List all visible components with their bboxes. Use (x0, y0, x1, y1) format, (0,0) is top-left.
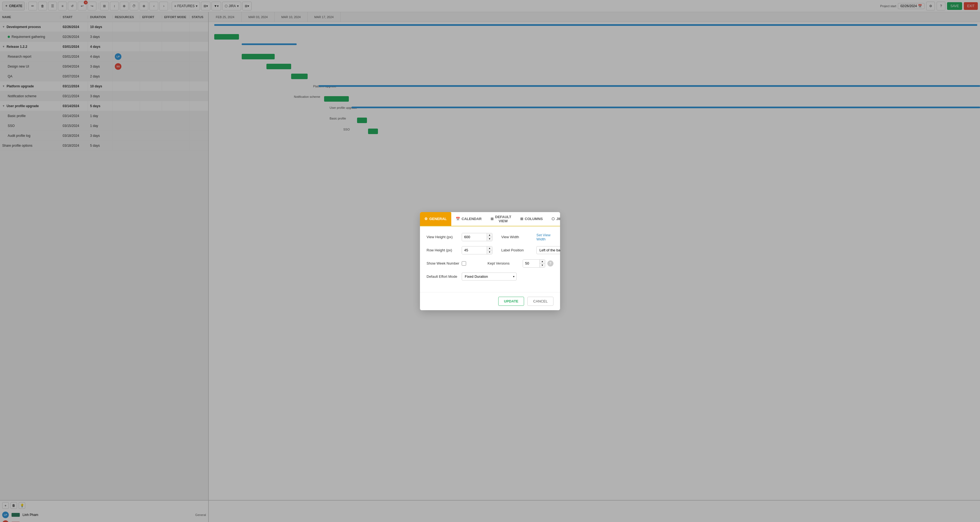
label-position-select[interactable]: Left of the bar Right of the bar Inside … (536, 246, 560, 254)
modal-overlay: ⚙ GENERAL 📅 CALENDAR ⊞ DEFAULT VIEW ⊞ CO… (0, 0, 980, 522)
effort-mode-label: Default Effort Mode (426, 274, 460, 279)
show-week-pair: Show Week Number (426, 259, 479, 267)
row-height-input[interactable] (462, 247, 487, 254)
row-height-spinners: ▲ ▼ (487, 247, 492, 254)
defaultview-icon: ⊞ (490, 217, 493, 221)
tab-jira[interactable]: ⬡ JIRA (547, 212, 560, 226)
show-week-checkbox-wrap (462, 261, 466, 266)
general-icon: ⚙ (424, 217, 428, 221)
view-height-down[interactable]: ▼ (487, 237, 492, 241)
modal-footer: UPDATE CANCEL (420, 292, 560, 310)
label-position-label: Label Position (501, 248, 534, 252)
row-height-up[interactable]: ▲ (487, 247, 492, 250)
form-row-1: View Height (px) ▲ ▼ View Width Set View… (426, 233, 554, 246)
kept-versions-pair: Kept Versions ▲ ▼ ? (488, 259, 554, 267)
view-width-label: View Width (501, 235, 534, 239)
effort-mode-pair: Default Effort Mode Fixed Duration Fixed… (426, 272, 554, 280)
kept-versions-input-wrap: ▲ ▼ (523, 259, 545, 267)
kept-versions-spinners: ▲ ▼ (539, 259, 545, 267)
label-position-select-wrap: Left of the bar Right of the bar Inside … (536, 246, 560, 254)
view-height-spinners: ▲ ▼ (487, 233, 492, 241)
modal-body: View Height (px) ▲ ▼ View Width Set View… (420, 226, 560, 292)
calendar-icon: 📅 (456, 217, 460, 221)
kept-versions-down[interactable]: ▼ (539, 263, 545, 267)
tab-columns[interactable]: ⊞ COLUMNS (516, 212, 547, 226)
kept-versions-wrap: ▲ ▼ ? (523, 259, 554, 267)
row-height-down[interactable]: ▼ (487, 250, 492, 254)
set-view-width-link[interactable]: Set View Width (536, 233, 554, 241)
tab-calendar[interactable]: 📅 CALENDAR (451, 212, 486, 226)
jira-modal-icon: ⬡ (552, 217, 555, 221)
settings-modal: ⚙ GENERAL 📅 CALENDAR ⊞ DEFAULT VIEW ⊞ CO… (420, 212, 560, 310)
show-week-checkbox[interactable] (462, 261, 466, 266)
effort-mode-select-wrap: Fixed Duration Fixed Units Fixed Work ▾ (462, 272, 517, 280)
kept-versions-up[interactable]: ▲ (539, 259, 545, 263)
kept-versions-label: Kept Versions (488, 261, 520, 266)
modal-tabs: ⚙ GENERAL 📅 CALENDAR ⊞ DEFAULT VIEW ⊞ CO… (420, 212, 560, 226)
row-height-input-wrap: ▲ ▼ (462, 246, 492, 255)
form-row-3: Show Week Number Kept Versions ▲ ▼ (426, 259, 554, 272)
tab-default-view[interactable]: ⊞ DEFAULT VIEW (486, 212, 516, 226)
cancel-button[interactable]: CANCEL (527, 297, 554, 306)
view-height-input-wrap: ▲ ▼ (462, 233, 492, 241)
label-position-pair: Label Position Left of the bar Right of … (501, 246, 560, 255)
view-height-input[interactable] (462, 233, 487, 241)
view-height-label: View Height (px) (426, 235, 460, 239)
row-height-label: Row Height (px) (426, 248, 460, 252)
tab-general[interactable]: ⚙ GENERAL (420, 212, 451, 226)
view-height-up[interactable]: ▲ (487, 233, 492, 237)
form-row-2: Row Height (px) ▲ ▼ Label Position Left … (426, 246, 554, 259)
columns-icon: ⊞ (520, 217, 523, 221)
kept-versions-help[interactable]: ? (547, 261, 554, 266)
view-height-pair: View Height (px) ▲ ▼ (426, 233, 492, 241)
kept-versions-input[interactable] (523, 259, 539, 267)
show-week-label: Show Week Number (426, 261, 460, 266)
effort-mode-select[interactable]: Fixed Duration Fixed Units Fixed Work (462, 272, 517, 280)
update-button[interactable]: UPDATE (498, 297, 524, 306)
view-width-pair: View Width Set View Width (501, 233, 554, 241)
row-height-pair: Row Height (px) ▲ ▼ (426, 246, 492, 255)
